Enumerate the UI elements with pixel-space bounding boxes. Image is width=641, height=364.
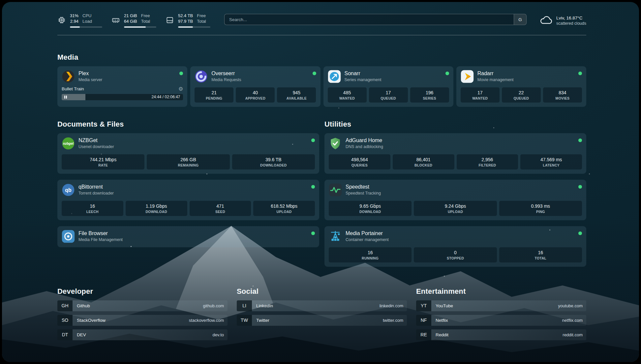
speedtest-icon (329, 183, 342, 197)
svg-text:qb: qb (65, 187, 72, 193)
service-card-plex[interactable]: Plex Media server Bullet Train ⚙ (57, 66, 187, 107)
memory-label-bottom: Total (141, 19, 150, 24)
weather-widget: Lviv, 16.87°C scattered clouds (540, 14, 586, 27)
service-name: Sonarr (345, 71, 382, 76)
service-card-filebrowser[interactable]: File Browser Media File Management (57, 226, 319, 247)
status-dot (179, 72, 183, 75)
stat-movies: 834MOVIES (543, 87, 582, 103)
service-name: qBittorrent (78, 184, 114, 190)
status-dot (445, 72, 449, 75)
gear-icon[interactable]: ⚙ (178, 86, 183, 92)
service-card-qbittorrent[interactable]: qb qBittorrent Torrent downloader 16LEEC… (57, 180, 319, 220)
stat-download: 9.65 GbpsDOWNLOAD (329, 201, 412, 216)
service-card-radarr[interactable]: Radarr Movie management 17WANTED 22QUEUE… (456, 66, 586, 107)
status-dot (311, 185, 315, 189)
bookmark-linkedin[interactable]: LI LinkedInlinkedin.com (237, 300, 407, 311)
service-name: NZBGet (78, 137, 114, 143)
overseerr-icon (195, 70, 208, 83)
service-subtitle: Speedtest Tracking (346, 191, 381, 196)
bookmark-netflix[interactable]: NF Netflixnetflix.com (416, 315, 586, 326)
sonarr-icon (328, 70, 341, 83)
service-subtitle: Media Requests (211, 77, 241, 82)
stat-filtered: 2,956FILTERED (457, 154, 518, 169)
disk-label-top: Free (197, 13, 206, 19)
bookmark-youtube[interactable]: YT YouTubeyoutube.com (416, 300, 586, 311)
weather-condition: scattered clouds (556, 21, 586, 26)
disk-free: 52.4 TB (178, 13, 193, 19)
bookmark-abbr: TW (237, 315, 252, 326)
memory-free: 21 GiB (124, 13, 137, 19)
bookmark-dev[interactable]: DT DEVdev.to (57, 329, 228, 340)
stat-downloaded: 39.6 TBDOWNLOADED (232, 154, 315, 169)
disk-icon (166, 16, 174, 28)
service-subtitle: Media server (78, 77, 102, 82)
disk-usage-bar (178, 26, 210, 28)
status-dot (578, 138, 582, 142)
service-card-speedtest[interactable]: Speedtest Speedtest Tracking 9.65 GbpsDO… (324, 180, 586, 220)
cpu-label-bottom: Load (82, 19, 92, 24)
section-title-media: Media (57, 53, 586, 62)
section-title-utilities: Utilities (324, 120, 586, 129)
stat-latency: 47.569 msLATENCY (520, 154, 582, 169)
status-dot (578, 72, 582, 75)
disk-label-bottom: Total (197, 19, 206, 24)
service-subtitle: Torrent downloader (78, 191, 114, 196)
cpu-percent: 31% (70, 13, 78, 19)
search-engine-button[interactable]: G (514, 14, 526, 25)
playback-time: 24:44 / 02:06:47 (152, 95, 183, 99)
stat-rate: 744.21 MbpsRATE (62, 154, 144, 169)
now-playing-title: Bullet Train (62, 86, 84, 91)
plex-now-playing: Bullet Train ⚙ 24:44 / 02:06:47 (62, 86, 183, 100)
adguard-icon (329, 137, 342, 150)
service-card-nzbget[interactable]: nzbget NZBGet Usenet downloader 744.21 M… (57, 133, 319, 174)
service-card-sonarr[interactable]: Sonarr Series management 485WANTED 17QUE… (323, 66, 453, 107)
memory-label-top: Free (141, 13, 150, 19)
cpu-icon (57, 16, 66, 28)
nzbget-icon: nzbget (62, 137, 75, 150)
bookmark-reddit[interactable]: RE Redditreddit.com (416, 329, 586, 340)
stat-remaining: 266 GBREMAINING (147, 154, 229, 169)
service-card-adguard[interactable]: AdGuard Home DNS and adblocking 498,564Q… (324, 133, 586, 174)
bookmark-stackoverflow[interactable]: SO StackOverflowstackoverflow.com (57, 315, 228, 326)
stat-queued: 22QUEUED (502, 87, 541, 103)
cloud-icon (540, 14, 552, 27)
service-card-portainer[interactable]: Media Portainer Container management 16R… (324, 226, 586, 267)
search-bar[interactable]: G (224, 14, 527, 25)
stat-blocked: 86,401BLOCKED (393, 154, 454, 169)
stat-total: 16TOTAL (499, 247, 582, 262)
status-dot (311, 138, 315, 142)
service-card-overseerr[interactable]: Overseerr Media Requests 21PENDING 40APP… (190, 66, 320, 107)
pause-icon[interactable] (64, 96, 67, 99)
service-subtitle: Media File Management (78, 237, 123, 242)
status-dot (578, 231, 582, 235)
bookmark-abbr: RE (416, 329, 431, 340)
section-title-entertainment: Entertainment (416, 287, 586, 296)
service-subtitle: Usenet downloader (78, 144, 114, 149)
disk-widget: 52.4 TB 97.9 TB Free Total (166, 13, 210, 28)
section-title-documents: Documents & Files (57, 120, 319, 129)
radarr-icon (461, 70, 474, 83)
bookmark-twitter[interactable]: TW Twittertwitter.com (237, 315, 407, 326)
weather-location: Lviv, 16.87°C (556, 15, 586, 20)
qbittorrent-icon: qb (62, 183, 75, 197)
stat-download: 1.19 GbpsDOWNLOAD (126, 201, 187, 216)
memory-total: 64 GiB (124, 19, 137, 24)
topbar-divider (57, 35, 586, 35)
bookmark-github[interactable]: GH Githubgithub.com (57, 300, 228, 311)
service-subtitle: DNS and adblocking (346, 144, 383, 149)
cpu-widget: 31% 2.94 CPU Load (57, 13, 102, 28)
service-name: Speedtest (346, 184, 381, 190)
disk-total: 97.9 TB (178, 19, 193, 24)
stat-pending: 21PENDING (195, 87, 233, 103)
svg-text:nzbget: nzbget (63, 142, 74, 145)
memory-icon (111, 16, 120, 28)
stat-seed: 471SEED (190, 201, 251, 216)
stat-available: 945AVAILABLE (277, 87, 316, 103)
cpu-label-top: CPU (82, 13, 92, 19)
service-name: Radarr (477, 71, 514, 76)
service-name: AdGuard Home (346, 137, 383, 143)
playback-progress-bar[interactable]: 24:44 / 02:06:47 (62, 94, 183, 100)
service-name: File Browser (78, 230, 123, 236)
service-subtitle: Movie management (477, 77, 514, 82)
search-input[interactable] (225, 17, 514, 22)
